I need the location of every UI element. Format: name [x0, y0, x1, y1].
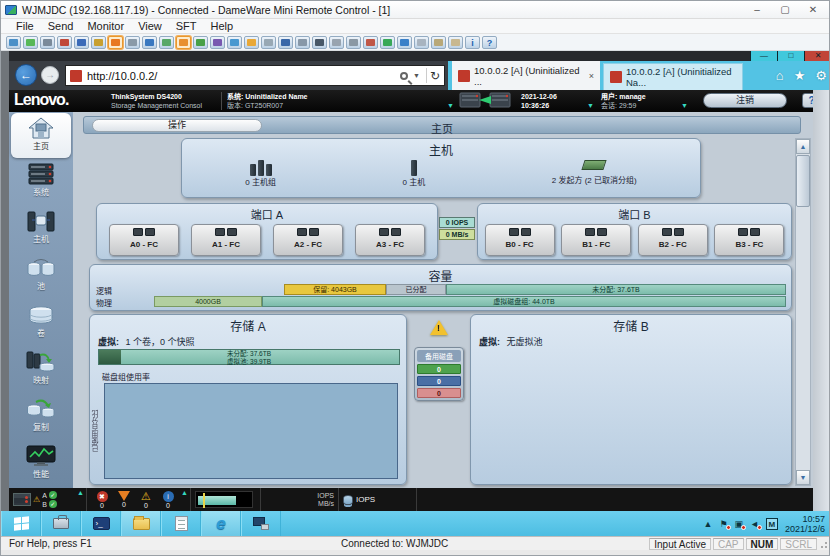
search-icon[interactable]	[312, 36, 327, 49]
tools-icon[interactable]	[346, 36, 361, 49]
ime-indicator[interactable]: M	[766, 518, 778, 530]
disconnect-icon[interactable]	[23, 36, 38, 49]
plugin-icon[interactable]	[210, 36, 225, 49]
warning-icon[interactable]	[430, 320, 448, 335]
buildings-icon[interactable]	[125, 36, 140, 49]
settings-icon[interactable]: ⚙	[815, 68, 827, 83]
file-explorer-button[interactable]	[121, 511, 161, 536]
menu-help[interactable]: Help	[204, 20, 241, 32]
port-a0-button[interactable]: A0 - FC	[109, 224, 179, 256]
port-b3-button[interactable]: B3 - FC	[714, 224, 784, 256]
url-text[interactable]: http://10.0.0.2/	[87, 70, 400, 82]
maximize-icon[interactable]: ▢	[771, 3, 799, 17]
power-off-icon[interactable]	[57, 36, 72, 49]
chevron-down-icon[interactable]: ▼	[681, 102, 688, 109]
host-groups[interactable]: 0 主机组	[245, 160, 276, 187]
menu-file[interactable]: File	[9, 20, 41, 32]
refresh-icon[interactable]: ↻	[430, 69, 440, 83]
menu-monitor[interactable]: Monitor	[80, 20, 131, 32]
menu-sft[interactable]: SFT	[169, 20, 204, 32]
sidebar-item-volumes[interactable]: 卷	[9, 300, 73, 347]
tray-expand-icon[interactable]: ▲	[704, 519, 713, 529]
port-b0-button[interactable]: B0 - FC	[485, 224, 555, 256]
back-button[interactable]: ←	[15, 64, 37, 86]
pan-mode-icon[interactable]	[108, 36, 123, 49]
scroll-thumb[interactable]	[796, 155, 810, 207]
caret-down-icon[interactable]: ▼	[413, 72, 420, 79]
resize-grip[interactable]	[820, 539, 830, 549]
copy-icon[interactable]	[414, 36, 429, 49]
port-a3-button[interactable]: A3 - FC	[355, 224, 425, 256]
tab-inactive[interactable]: 10.0.0.2 [A] (Uninitialized Na...	[603, 63, 743, 90]
port-b2-button[interactable]: B2 - FC	[638, 224, 708, 256]
chevron-down-icon[interactable]: ▼	[587, 102, 594, 109]
home-icon[interactable]: ⌂	[776, 68, 784, 83]
sidebar-item-home[interactable]: 主页	[11, 113, 71, 158]
forward-button[interactable]: →	[41, 66, 59, 84]
notepad-button[interactable]	[161, 511, 201, 536]
chevron-down-icon[interactable]: ▼	[447, 102, 454, 109]
keyboard-icon[interactable]	[363, 36, 378, 49]
search-icon[interactable]	[400, 72, 408, 80]
port-b1-button[interactable]: B1 - FC	[561, 224, 631, 256]
connect-icon[interactable]	[6, 36, 21, 49]
send-screen-icon[interactable]	[193, 36, 208, 49]
network-icon[interactable]: ▣	[735, 519, 744, 529]
activity-graph-1[interactable]	[191, 488, 261, 511]
address-bar[interactable]: http://10.0.0.2/ ▼ ↻	[65, 65, 445, 86]
remote-maximize-icon[interactable]: □	[777, 51, 804, 61]
mouse-icon[interactable]	[329, 36, 344, 49]
volume-icon[interactable]: ◄	[750, 519, 759, 529]
remote-close-icon[interactable]	[74, 36, 89, 49]
print-icon[interactable]	[295, 36, 310, 49]
page-scrollbar[interactable]: ▲ ▼	[795, 138, 811, 486]
reconnect-icon[interactable]	[40, 36, 55, 49]
sidebar-item-performance[interactable]: 性能	[9, 441, 73, 488]
port-a1-button[interactable]: A1 - FC	[191, 224, 261, 256]
globe-icon[interactable]	[261, 36, 276, 49]
devices-button[interactable]	[241, 511, 281, 536]
storage-a-capacity-bar[interactable]: 未分配: 37.6TB 虚拟池: 39.9TB	[98, 349, 400, 365]
server-manager-button[interactable]	[41, 511, 81, 536]
internet-explorer-button[interactable]: e	[201, 511, 241, 536]
favorites-icon[interactable]: ★	[794, 68, 806, 83]
sidebar-item-replication[interactable]: 复制	[9, 394, 73, 441]
taskbar-clock[interactable]: 10:57 2021/12/6	[785, 514, 825, 534]
minimize-icon[interactable]: –	[743, 3, 771, 17]
print-screen-icon[interactable]	[278, 36, 293, 49]
remote-close-icon[interactable]: ✕	[804, 51, 830, 61]
chat-icon[interactable]	[380, 36, 395, 49]
action-center-flag-icon[interactable]: ⚑	[719, 519, 727, 529]
user-icon[interactable]	[142, 36, 157, 49]
schedule-icon[interactable]	[244, 36, 259, 49]
start-button[interactable]	[1, 511, 41, 536]
initiators[interactable]: 2 发起方 (2 已取消分组)	[552, 160, 637, 187]
tab-active[interactable]: 10.0.0.2 [A] (Uninitialized ... ×	[452, 61, 600, 90]
expand-up-icon[interactable]: ▲	[181, 489, 188, 496]
hosts-panel[interactable]: 主机 0 主机组 0 主机 2 发起方 (2 已取消分组)	[181, 138, 701, 198]
enclosure-icon[interactable]	[459, 92, 511, 109]
sidebar-item-hosts[interactable]: 主机	[9, 206, 73, 253]
sidebar-item-system[interactable]: 系统	[9, 159, 73, 206]
windows-key-icon[interactable]	[227, 36, 242, 49]
displays-icon[interactable]	[397, 36, 412, 49]
close-icon[interactable]: ✕	[799, 3, 827, 17]
unlock-icon[interactable]	[431, 36, 446, 49]
grid-view-icon[interactable]	[176, 36, 191, 49]
powershell-button[interactable]: ›_	[81, 511, 121, 536]
info-icon[interactable]	[465, 36, 480, 49]
logout-button[interactable]: 注销	[703, 93, 787, 108]
scroll-up-icon[interactable]: ▲	[796, 139, 810, 154]
system-health[interactable]: ⚠ A✓ B✓ ▲	[9, 488, 87, 511]
remote-minimize-icon[interactable]: —	[750, 51, 777, 61]
sidebar-item-mapping[interactable]: 映射	[9, 347, 73, 394]
port-a2-button[interactable]: A2 - FC	[273, 224, 343, 256]
activity-graph-2[interactable]: IOPS	[339, 488, 417, 511]
event-summary[interactable]: ✖0 0 ⚠0 i0 ▲	[87, 488, 191, 511]
tab-close-icon[interactable]: ×	[585, 71, 594, 81]
edit-note-icon[interactable]	[448, 36, 463, 49]
scroll-down-icon[interactable]: ▼	[796, 470, 810, 485]
hosts-count[interactable]: 0 主机	[403, 160, 426, 187]
spare-disks-panel[interactable]: 备用磁盘 0 0 0	[414, 347, 464, 401]
expand-up-icon[interactable]: ▲	[77, 489, 84, 496]
